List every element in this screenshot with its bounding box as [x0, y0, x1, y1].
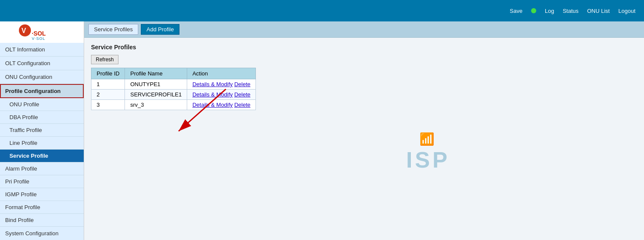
table-row: 3srv_3Details & Modify Delete	[91, 100, 256, 110]
sidebar-item-onu-profile[interactable]: ONU Profile	[0, 98, 84, 111]
sidebar-item-igmp-profile[interactable]: IGMP Profile	[0, 188, 84, 201]
tab-service-profiles[interactable]: Service Profiles	[88, 24, 138, 35]
status-indicator	[531, 8, 536, 13]
sidebar-item-dba-profile[interactable]: DBA Profile	[0, 111, 84, 124]
cell-action: Details & Modify Delete	[187, 100, 256, 110]
sidebar: V ·SOL V·SOL OLT Information OLT Configu…	[0, 21, 84, 240]
tab-add-profile[interactable]: Add Profile	[141, 24, 179, 35]
logo: V ·SOL V·SOL	[0, 21, 84, 43]
content-area: Service Profiles Refresh Profile ID Prof…	[84, 38, 644, 116]
details-modify-link[interactable]: Details & Modify	[192, 102, 233, 108]
main-layout: V ·SOL V·SOL OLT Information OLT Configu…	[0, 21, 644, 240]
col-header-action: Action	[187, 68, 256, 79]
cell-profile-id: 1	[91, 79, 125, 90]
sidebar-item-pri-profile[interactable]: Pri Profile	[0, 175, 84, 188]
sidebar-item-format-profile[interactable]: Format Profile	[0, 201, 84, 214]
sidebar-group-profile-configuration[interactable]: Profile Configuration	[0, 84, 84, 98]
sidebar-item-olt-information[interactable]: OLT Information	[0, 43, 84, 57]
cell-profile-name: srv_3	[125, 100, 187, 110]
sidebar-item-olt-configuration[interactable]: OLT Configuration	[0, 57, 84, 70]
log-link[interactable]: Log	[545, 8, 554, 14]
svg-text:·SOL: ·SOL	[32, 30, 46, 37]
sidebar-item-alarm-profile[interactable]: Alarm Profile	[0, 162, 84, 175]
save-button[interactable]: Save	[510, 8, 522, 14]
details-modify-link[interactable]: Details & Modify	[192, 81, 233, 87]
logout-link[interactable]: Logout	[618, 8, 635, 14]
header: Save Log Status ONU List Logout	[0, 0, 644, 21]
cell-action: Details & Modify Delete	[187, 90, 256, 100]
wifi-icon: 📶	[419, 132, 436, 146]
sidebar-item-service-profile[interactable]: Service Profile	[0, 150, 84, 162]
delete-link[interactable]: Delete	[234, 91, 251, 98]
svg-text:V·SOL: V·SOL	[32, 36, 46, 41]
service-profiles-table: Profile ID Profile Name Action 1ONUTYPE1…	[91, 68, 256, 110]
svg-text:V: V	[21, 27, 26, 34]
cell-profile-id: 3	[91, 100, 125, 110]
onu-list-link[interactable]: ONU List	[587, 8, 610, 14]
col-header-profile-id: Profile ID	[91, 68, 125, 79]
cell-action: Details & Modify Delete	[187, 79, 256, 90]
cell-profile-name: ONUTYPE1	[125, 79, 187, 90]
sidebar-item-traffic-profile[interactable]: Traffic Profile	[0, 124, 84, 137]
tab-bar: Service Profiles Add Profile	[84, 21, 644, 38]
sidebar-item-bind-profile[interactable]: Bind Profile	[0, 214, 84, 227]
col-header-profile-name: Profile Name	[125, 68, 187, 79]
cell-profile-name: SERVICEPROFILE1	[125, 90, 187, 100]
details-modify-link[interactable]: Details & Modify	[192, 91, 233, 98]
refresh-button[interactable]: Refresh	[91, 55, 118, 64]
table-row: 2SERVICEPROFILE1Details & Modify Delete	[91, 90, 256, 100]
sidebar-item-line-profile[interactable]: Line Profile	[0, 137, 84, 150]
cell-profile-id: 2	[91, 90, 125, 100]
sidebar-item-onu-configuration[interactable]: ONU Configuration	[0, 70, 84, 84]
delete-link[interactable]: Delete	[234, 81, 251, 87]
main-content: Service Profiles Add Profile Service Pro…	[84, 21, 644, 240]
table-row: 1ONUTYPE1Details & Modify Delete	[91, 79, 256, 90]
isp-watermark: 📶 ISP	[406, 132, 450, 173]
status-link[interactable]: Status	[563, 8, 579, 14]
section-title: Service Profiles	[91, 44, 637, 51]
delete-link[interactable]: Delete	[234, 102, 251, 108]
sidebar-item-system-configuration[interactable]: System Configuration	[0, 227, 84, 240]
